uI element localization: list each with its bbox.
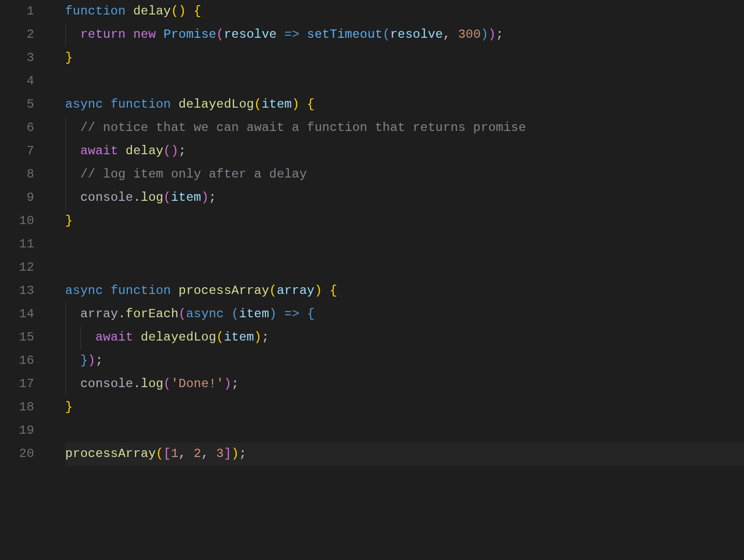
line-number: 4 <box>0 70 34 93</box>
token-punct <box>186 4 194 18</box>
token-fn: log <box>141 377 163 391</box>
token-brace-b: } <box>80 353 88 367</box>
token-punct: . <box>133 190 141 204</box>
line-number-gutter: 1234567891011121314151617181920 <box>0 0 46 466</box>
token-punct <box>118 144 126 158</box>
token-brace-p: ( <box>163 144 171 158</box>
code-line[interactable]: function delay() { <box>65 0 744 23</box>
token-punct <box>224 307 232 321</box>
token-cmt: // log item only after a delay <box>80 167 307 181</box>
token-brace-p: ) <box>224 377 232 391</box>
token-brace-y: ( <box>269 284 277 298</box>
token-kw2: function <box>111 284 171 298</box>
code-line[interactable]: // log item only after a delay <box>65 163 744 186</box>
code-line[interactable]: }); <box>65 349 744 373</box>
line-number: 14 <box>0 303 34 326</box>
token-const: Promise <box>163 27 216 41</box>
token-punct <box>126 27 133 41</box>
code-line[interactable]: async function delayedLog(item) { <box>65 93 744 116</box>
code-line[interactable]: // notice that we can await a function t… <box>65 116 744 140</box>
token-id: console <box>80 190 133 204</box>
token-punct <box>171 284 178 298</box>
token-kw: new <box>133 27 156 41</box>
token-const: setTimeout <box>307 27 382 41</box>
token-punct <box>103 284 111 298</box>
line-number: 20 <box>0 443 34 466</box>
code-line[interactable]: } <box>65 47 744 70</box>
code-line[interactable]: return new Promise(resolve => setTimeout… <box>65 23 744 47</box>
token-punct <box>277 307 285 321</box>
token-punct <box>300 307 307 321</box>
token-brace-b: ( <box>231 307 239 321</box>
code-area[interactable]: function delay() { return new Promise(re… <box>46 0 744 466</box>
token-brace-b: ) <box>481 27 488 41</box>
token-brace-y: { <box>194 4 201 18</box>
code-line[interactable] <box>65 70 744 93</box>
token-param: item <box>239 307 269 321</box>
code-line[interactable]: } <box>65 210 744 233</box>
token-brace-y: } <box>65 400 73 414</box>
token-brace-y: ) <box>315 284 322 298</box>
line-number: 7 <box>0 140 34 163</box>
indent <box>65 144 80 158</box>
token-fn: log <box>141 190 163 204</box>
line-number: 5 <box>0 93 34 116</box>
token-brace-p: ] <box>224 447 232 461</box>
code-line[interactable]: array.forEach(async (item) => { <box>65 303 744 326</box>
code-line[interactable]: console.log(item); <box>65 186 744 210</box>
token-param: array <box>277 284 315 298</box>
code-line[interactable]: processArray([1, 2, 3]); <box>65 443 744 466</box>
token-punct: ; <box>496 27 503 41</box>
token-id: array <box>80 307 118 321</box>
token-cmt: // notice that we can await a function t… <box>80 121 526 135</box>
token-fn: delayedLog <box>141 330 216 344</box>
line-number: 11 <box>0 233 34 256</box>
token-str: 'Done!' <box>171 377 224 391</box>
token-kw2: => <box>285 27 300 41</box>
code-line[interactable]: await delay(); <box>65 140 744 163</box>
code-line[interactable] <box>65 256 744 279</box>
token-fn: forEach <box>126 307 178 321</box>
token-param: item <box>262 97 292 111</box>
token-punct: , <box>201 447 216 461</box>
code-line[interactable]: await delayedLog(item); <box>65 326 744 349</box>
indent-guide <box>65 23 66 47</box>
token-punct <box>277 27 285 41</box>
code-line[interactable] <box>65 419 744 443</box>
code-editor[interactable]: 1234567891011121314151617181920 function… <box>0 0 744 466</box>
line-number: 2 <box>0 23 34 47</box>
token-punct: ; <box>178 144 186 158</box>
token-punct: ; <box>231 377 239 391</box>
line-number: 18 <box>0 396 34 419</box>
token-punct <box>103 97 111 111</box>
code-line[interactable]: } <box>65 396 744 419</box>
token-punct <box>126 4 133 18</box>
token-brace-y: } <box>65 51 73 65</box>
token-brace-y: ( <box>254 97 262 111</box>
code-line[interactable]: async function processArray(array) { <box>65 279 744 303</box>
token-brace-p: [ <box>163 447 171 461</box>
token-brace-y: { <box>307 97 315 111</box>
token-brace-y: ( <box>171 4 178 18</box>
indent <box>65 353 80 367</box>
line-number: 13 <box>0 279 34 303</box>
token-punct: , <box>178 447 194 461</box>
code-line[interactable]: console.log('Done!'); <box>65 373 744 396</box>
token-id: console <box>80 377 133 391</box>
indent-guide <box>80 326 81 349</box>
token-brace-p: ( <box>163 377 171 391</box>
token-brace-y: ( <box>156 447 163 461</box>
token-fn: processArray <box>65 447 156 461</box>
token-num: 1 <box>171 447 178 461</box>
line-number: 19 <box>0 419 34 443</box>
token-num: 2 <box>194 447 201 461</box>
token-punct: , <box>443 27 458 41</box>
token-fndef: processArray <box>178 284 269 298</box>
token-num: 300 <box>458 27 481 41</box>
line-number: 6 <box>0 116 34 140</box>
indent <box>65 307 80 321</box>
token-kw2: async <box>65 97 103 111</box>
token-brace-b: { <box>307 307 315 321</box>
line-number: 10 <box>0 210 34 233</box>
code-line[interactable] <box>65 233 744 256</box>
